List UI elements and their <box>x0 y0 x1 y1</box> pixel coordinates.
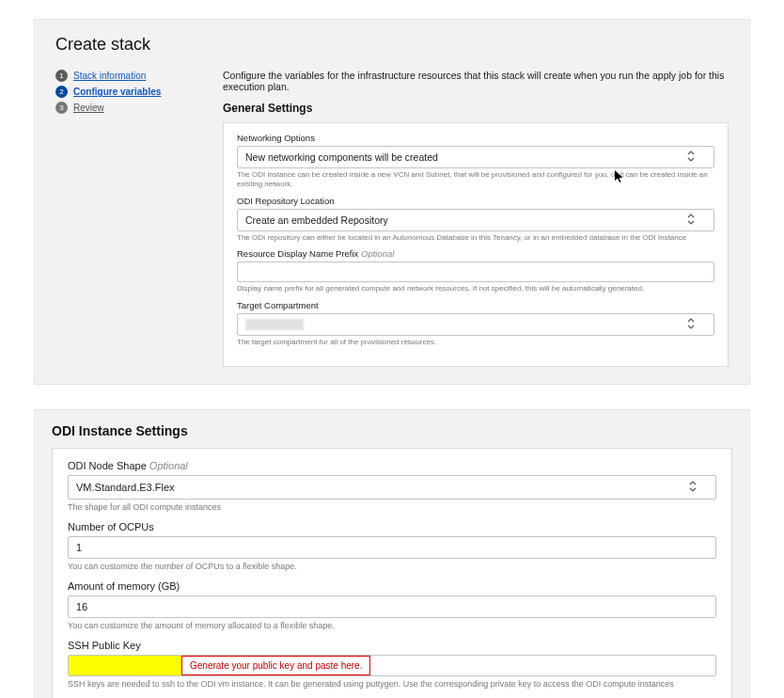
chevron-updown-icon <box>687 151 695 164</box>
field-label: Resource Display Name Prefix Optional <box>237 248 714 259</box>
field-help: Display name prefix for all generated co… <box>237 284 714 293</box>
input-tail <box>370 656 715 675</box>
field-node-shape: ODI Node Shape Optional VM.Standard.E3.F… <box>68 460 716 512</box>
field-memory: Amount of memory (GB) 16 You can customi… <box>68 580 716 630</box>
page-title: Create stack <box>55 35 729 55</box>
ocpus-input[interactable]: 1 <box>68 536 716 559</box>
step-review[interactable]: 3 Review <box>55 102 196 114</box>
general-settings-title: General Settings <box>223 102 729 115</box>
field-label: SSH Public Key <box>68 640 716 651</box>
redacted-value <box>245 319 304 330</box>
main-column: Configure the variables for the infrastr… <box>223 70 729 367</box>
step-configure-variables[interactable]: 2 Configure variables <box>55 86 196 98</box>
chevron-updown-icon <box>687 214 695 227</box>
step-stack-information[interactable]: 1 Stack information <box>55 70 196 82</box>
step-label: Configure variables <box>73 87 161 97</box>
wizard-steps: 1 Stack information 2 Configure variable… <box>55 70 196 367</box>
field-ssh-key: SSH Public Key Generate your public key … <box>68 640 716 689</box>
field-help: The ODI instance can be created inside a… <box>237 170 714 190</box>
field-display-name-prefix: Resource Display Name Prefix Optional Di… <box>237 248 714 293</box>
field-help: The target compartment for all of the pr… <box>237 338 714 347</box>
select-value: New networking components will be create… <box>245 151 438 163</box>
chevron-updown-icon <box>687 318 695 331</box>
step-label: Stack information <box>73 71 146 81</box>
odi-instance-box: ODI Node Shape Optional VM.Standard.E3.F… <box>52 448 732 698</box>
odi-instance-panel: ODI Instance Settings ODI Node Shape Opt… <box>34 409 750 698</box>
input-value: 16 <box>76 601 87 612</box>
step-label: Review <box>73 103 104 113</box>
field-repository-location: ODI Repository Location Create an embedd… <box>237 196 714 243</box>
input-value: 1 <box>76 542 82 553</box>
step-number-icon: 3 <box>55 102 68 114</box>
field-help: The ODI repository can either be located… <box>237 233 714 243</box>
select-value: Create an embedded Repository <box>245 214 388 226</box>
annotation-callout: Generate your public key and paste here. <box>181 656 370 675</box>
optional-tag: Optional <box>149 460 188 471</box>
field-label: Target Compartment <box>237 300 714 310</box>
field-help: SSH keys are needed to ssh to the ODI vm… <box>68 679 716 689</box>
node-shape-select[interactable]: VM.Standard.E3.Flex <box>68 475 716 500</box>
networking-options-select[interactable]: New networking components will be create… <box>237 146 714 168</box>
field-target-compartment: Target Compartment The target compartmen… <box>237 300 714 347</box>
chevron-updown-icon <box>689 481 697 494</box>
general-settings-box: Networking Options New networking compon… <box>223 122 729 367</box>
create-stack-panel: Create stack 1 Stack information 2 Confi… <box>34 19 750 385</box>
field-help: You can customize the amount of memory a… <box>68 621 716 630</box>
field-label: ODI Repository Location <box>237 196 714 206</box>
field-help: The shape for all ODI compute instances <box>68 502 716 512</box>
intro-text: Configure the variables for the infrastr… <box>223 70 729 92</box>
odi-instance-title: ODI Instance Settings <box>52 423 732 438</box>
ssh-key-input[interactable]: Generate your public key and paste here. <box>68 655 716 676</box>
optional-tag: Optional <box>361 248 394 259</box>
field-label: Number of OCPUs <box>68 521 716 532</box>
field-help: You can customize the number of OCPUs to… <box>68 562 716 571</box>
repository-location-select[interactable]: Create an embedded Repository <box>237 209 714 231</box>
step-number-icon: 1 <box>55 70 68 82</box>
step-number-icon: 2 <box>55 86 68 98</box>
memory-input[interactable]: 16 <box>68 595 716 618</box>
field-ocpus: Number of OCPUs 1 You can customize the … <box>68 521 716 571</box>
display-name-prefix-input[interactable] <box>237 262 714 282</box>
target-compartment-select[interactable] <box>237 313 714 336</box>
field-networking-options: Networking Options New networking compon… <box>237 133 714 190</box>
field-label: ODI Node Shape Optional <box>68 460 716 471</box>
field-label: Amount of memory (GB) <box>68 580 716 592</box>
select-value: VM.Standard.E3.Flex <box>76 482 175 493</box>
highlight-marker <box>69 656 181 675</box>
layout-two-col: 1 Stack information 2 Configure variable… <box>55 70 729 367</box>
field-label: Networking Options <box>237 133 714 143</box>
